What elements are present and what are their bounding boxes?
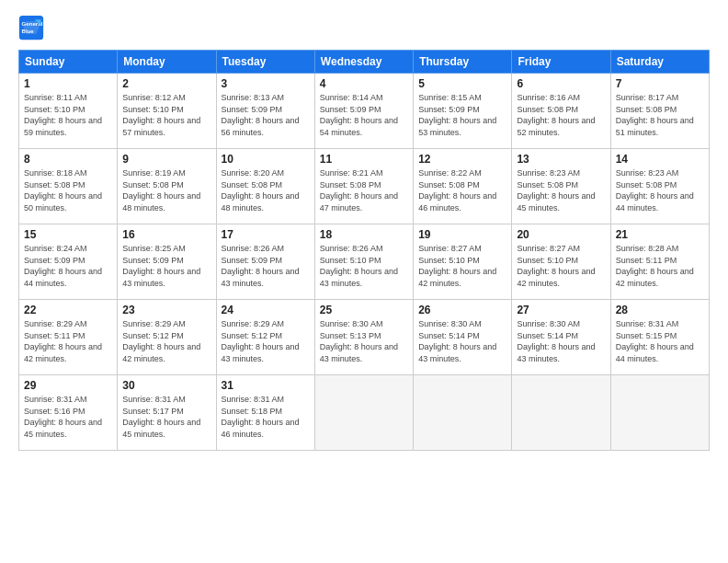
day-number: 26 <box>418 304 506 316</box>
calendar-week-row: 1Sunrise: 8:11 AMSunset: 5:10 PMDaylight… <box>19 74 710 149</box>
calendar-cell: 24Sunrise: 8:29 AMSunset: 5:12 PMDayligh… <box>216 300 314 375</box>
calendar-cell: 29Sunrise: 8:31 AMSunset: 5:16 PMDayligh… <box>19 375 118 451</box>
day-number: 27 <box>517 304 605 316</box>
cell-info: Sunrise: 8:18 AMSunset: 5:08 PMDaylight:… <box>24 167 112 213</box>
cell-info: Sunrise: 8:20 AMSunset: 5:08 PMDaylight:… <box>222 167 310 213</box>
calendar-cell: 16Sunrise: 8:25 AMSunset: 5:09 PMDayligh… <box>118 224 216 300</box>
day-number: 31 <box>222 379 310 392</box>
calendar-cell: 1Sunrise: 8:11 AMSunset: 5:10 PMDaylight… <box>19 74 118 149</box>
calendar-cell: 20Sunrise: 8:27 AMSunset: 5:10 PMDayligh… <box>512 224 610 300</box>
page: General Blue SundayMondayTuesdayWednesda… <box>0 0 728 563</box>
calendar-cell: 18Sunrise: 8:26 AMSunset: 5:10 PMDayligh… <box>314 224 413 300</box>
day-number: 18 <box>320 228 408 241</box>
cell-info: Sunrise: 8:31 AMSunset: 5:17 PMDaylight:… <box>122 394 210 440</box>
calendar-cell: 25Sunrise: 8:30 AMSunset: 5:13 PMDayligh… <box>314 300 413 375</box>
weekday-header: Friday <box>512 51 610 74</box>
day-number: 9 <box>122 153 210 166</box>
cell-info: Sunrise: 8:11 AMSunset: 5:10 PMDaylight:… <box>24 92 112 138</box>
cell-info: Sunrise: 8:13 AMSunset: 5:09 PMDaylight:… <box>222 92 310 138</box>
calendar-cell: 23Sunrise: 8:29 AMSunset: 5:12 PMDayligh… <box>118 300 216 375</box>
cell-info: Sunrise: 8:27 AMSunset: 5:10 PMDaylight:… <box>418 243 506 289</box>
calendar-cell: 2Sunrise: 8:12 AMSunset: 5:10 PMDaylight… <box>118 74 216 149</box>
day-number: 17 <box>222 228 310 241</box>
calendar-cell: 7Sunrise: 8:17 AMSunset: 5:08 PMDaylight… <box>610 74 709 149</box>
calendar-cell: 6Sunrise: 8:16 AMSunset: 5:08 PMDaylight… <box>512 74 610 149</box>
weekday-header: Monday <box>118 51 216 74</box>
svg-text:Blue: Blue <box>22 28 35 34</box>
day-number: 30 <box>122 379 210 392</box>
cell-info: Sunrise: 8:14 AMSunset: 5:09 PMDaylight:… <box>320 92 408 138</box>
day-number: 21 <box>616 228 704 241</box>
day-number: 1 <box>24 77 112 90</box>
calendar-cell: 27Sunrise: 8:30 AMSunset: 5:14 PMDayligh… <box>512 300 610 375</box>
cell-info: Sunrise: 8:17 AMSunset: 5:08 PMDaylight:… <box>616 92 704 138</box>
weekday-header: Tuesday <box>216 51 314 74</box>
cell-info: Sunrise: 8:25 AMSunset: 5:09 PMDaylight:… <box>122 243 210 289</box>
calendar-week-row: 8Sunrise: 8:18 AMSunset: 5:08 PMDaylight… <box>19 149 710 224</box>
day-number: 10 <box>222 153 310 166</box>
day-number: 14 <box>616 153 704 166</box>
day-number: 2 <box>122 77 210 90</box>
calendar-cell <box>314 375 413 451</box>
day-number: 7 <box>616 77 704 90</box>
calendar: SundayMondayTuesdayWednesdayThursdayFrid… <box>18 50 710 451</box>
day-number: 25 <box>320 304 408 316</box>
cell-info: Sunrise: 8:30 AMSunset: 5:13 PMDaylight:… <box>320 318 408 364</box>
calendar-cell: 30Sunrise: 8:31 AMSunset: 5:17 PMDayligh… <box>118 375 216 451</box>
cell-info: Sunrise: 8:29 AMSunset: 5:11 PMDaylight:… <box>24 318 112 364</box>
calendar-cell <box>414 375 512 451</box>
day-number: 12 <box>418 153 506 166</box>
calendar-cell: 13Sunrise: 8:23 AMSunset: 5:08 PMDayligh… <box>512 149 610 224</box>
calendar-cell: 19Sunrise: 8:27 AMSunset: 5:10 PMDayligh… <box>414 224 512 300</box>
day-number: 20 <box>517 228 605 241</box>
calendar-header-row: SundayMondayTuesdayWednesdayThursdayFrid… <box>19 51 710 74</box>
cell-info: Sunrise: 8:28 AMSunset: 5:11 PMDaylight:… <box>616 243 704 289</box>
cell-info: Sunrise: 8:31 AMSunset: 5:18 PMDaylight:… <box>222 394 310 440</box>
cell-info: Sunrise: 8:29 AMSunset: 5:12 PMDaylight:… <box>222 318 310 364</box>
calendar-cell: 8Sunrise: 8:18 AMSunset: 5:08 PMDaylight… <box>19 149 118 224</box>
day-number: 22 <box>24 304 112 316</box>
calendar-cell: 15Sunrise: 8:24 AMSunset: 5:09 PMDayligh… <box>19 224 118 300</box>
calendar-cell: 17Sunrise: 8:26 AMSunset: 5:09 PMDayligh… <box>216 224 314 300</box>
day-number: 19 <box>418 228 506 241</box>
cell-info: Sunrise: 8:29 AMSunset: 5:12 PMDaylight:… <box>122 318 210 364</box>
day-number: 5 <box>418 77 506 90</box>
cell-info: Sunrise: 8:26 AMSunset: 5:09 PMDaylight:… <box>222 243 310 289</box>
cell-info: Sunrise: 8:31 AMSunset: 5:15 PMDaylight:… <box>616 318 704 364</box>
cell-info: Sunrise: 8:24 AMSunset: 5:09 PMDaylight:… <box>24 243 112 289</box>
calendar-cell: 28Sunrise: 8:31 AMSunset: 5:15 PMDayligh… <box>610 300 709 375</box>
weekday-header: Thursday <box>414 51 512 74</box>
cell-info: Sunrise: 8:30 AMSunset: 5:14 PMDaylight:… <box>517 318 605 364</box>
cell-info: Sunrise: 8:23 AMSunset: 5:08 PMDaylight:… <box>616 167 704 213</box>
cell-info: Sunrise: 8:16 AMSunset: 5:08 PMDaylight:… <box>517 92 605 138</box>
calendar-cell: 10Sunrise: 8:20 AMSunset: 5:08 PMDayligh… <box>216 149 314 224</box>
cell-info: Sunrise: 8:12 AMSunset: 5:10 PMDaylight:… <box>122 92 210 138</box>
day-number: 16 <box>122 228 210 241</box>
calendar-week-row: 29Sunrise: 8:31 AMSunset: 5:16 PMDayligh… <box>19 375 710 451</box>
logo: General Blue <box>18 15 48 40</box>
calendar-cell <box>512 375 610 451</box>
calendar-cell: 26Sunrise: 8:30 AMSunset: 5:14 PMDayligh… <box>414 300 512 375</box>
cell-info: Sunrise: 8:27 AMSunset: 5:10 PMDaylight:… <box>517 243 605 289</box>
day-number: 3 <box>222 77 310 90</box>
calendar-cell: 9Sunrise: 8:19 AMSunset: 5:08 PMDaylight… <box>118 149 216 224</box>
weekday-header: Wednesday <box>314 51 413 74</box>
calendar-cell: 11Sunrise: 8:21 AMSunset: 5:08 PMDayligh… <box>314 149 413 224</box>
day-number: 29 <box>24 379 112 392</box>
weekday-header: Saturday <box>610 51 709 74</box>
cell-info: Sunrise: 8:23 AMSunset: 5:08 PMDaylight:… <box>517 167 605 213</box>
day-number: 24 <box>222 304 310 316</box>
day-number: 23 <box>122 304 210 316</box>
cell-info: Sunrise: 8:31 AMSunset: 5:16 PMDaylight:… <box>24 394 112 440</box>
weekday-header: Sunday <box>19 51 118 74</box>
logo-icon: General Blue <box>18 15 44 40</box>
calendar-cell: 4Sunrise: 8:14 AMSunset: 5:09 PMDaylight… <box>314 74 413 149</box>
calendar-cell: 14Sunrise: 8:23 AMSunset: 5:08 PMDayligh… <box>610 149 709 224</box>
calendar-cell: 5Sunrise: 8:15 AMSunset: 5:09 PMDaylight… <box>414 74 512 149</box>
day-number: 28 <box>616 304 704 316</box>
calendar-cell: 22Sunrise: 8:29 AMSunset: 5:11 PMDayligh… <box>19 300 118 375</box>
day-number: 13 <box>517 153 605 166</box>
cell-info: Sunrise: 8:26 AMSunset: 5:10 PMDaylight:… <box>320 243 408 289</box>
calendar-cell: 12Sunrise: 8:22 AMSunset: 5:08 PMDayligh… <box>414 149 512 224</box>
cell-info: Sunrise: 8:15 AMSunset: 5:09 PMDaylight:… <box>418 92 506 138</box>
